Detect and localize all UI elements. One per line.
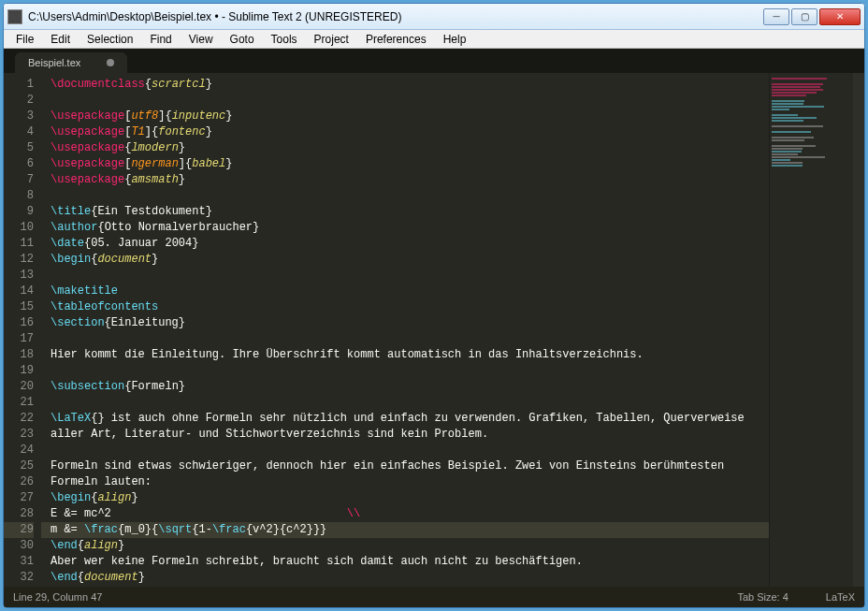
minimap-line — [772, 114, 798, 116]
line-number[interactable]: 21 — [4, 395, 34, 411]
line-number[interactable]: 14 — [4, 284, 34, 299]
code-line[interactable]: \begin{align} — [41, 490, 769, 506]
scrollbar[interactable] — [853, 73, 864, 587]
code-line[interactable]: Formeln sind etwas schwieriger, dennoch … — [41, 458, 769, 474]
minimap-line — [772, 151, 802, 153]
menu-view[interactable]: View — [181, 31, 222, 48]
line-number[interactable]: 1 — [4, 77, 34, 93]
code-line[interactable] — [41, 443, 769, 458]
code-line[interactable]: \section{Einleitung} — [41, 315, 769, 331]
menu-project[interactable]: Project — [306, 31, 357, 48]
line-number[interactable]: 10 — [4, 220, 34, 236]
line-number[interactable]: 19 — [4, 363, 34, 379]
code-line[interactable]: E &= mc^2 \\ — [41, 506, 769, 522]
code-line[interactable]: \LaTeX{} ist auch ohne Formeln sehr nütz… — [41, 411, 769, 427]
minimap-line — [772, 165, 803, 167]
code-line[interactable]: \usepackage{lmodern} — [41, 140, 769, 156]
line-number[interactable]: 9 — [4, 204, 34, 220]
menu-selection[interactable]: Selection — [79, 31, 141, 48]
code-line[interactable]: \usepackage[ngerman]{babel} — [41, 156, 769, 172]
code-line[interactable]: m &= \frac{m_0}{\sqrt{1-\frac{v^2}{c^2}}… — [41, 522, 769, 538]
code-line[interactable]: aller Art, Literatur- und Stichwortverze… — [41, 427, 769, 443]
minimap-line — [772, 162, 803, 164]
code-line[interactable]: \usepackage{amsmath} — [41, 172, 769, 188]
code-line[interactable]: \end{align} — [41, 538, 769, 554]
line-number[interactable]: 25 — [4, 458, 34, 474]
line-number[interactable]: 3 — [4, 109, 34, 124]
line-number[interactable]: 26 — [4, 474, 34, 490]
statusbar: Line 29, Column 47 Tab Size: 4 LaTeX — [4, 587, 864, 607]
code-line[interactable]: \tableofcontents — [41, 299, 769, 315]
menu-tools[interactable]: Tools — [263, 31, 306, 48]
code-line[interactable]: Hier kommt die Einleitung. Ihre Überschr… — [41, 347, 769, 363]
code-line[interactable] — [41, 395, 769, 411]
code-line[interactable]: \end{document} — [41, 570, 769, 586]
gutter[interactable]: 1234567891011121314151617181920212223242… — [4, 73, 41, 587]
line-number[interactable]: 16 — [4, 315, 34, 331]
code-view[interactable]: \documentclass{scrartcl}\usepackage[utf8… — [41, 73, 769, 587]
code-container: 1234567891011121314151617181920212223242… — [4, 73, 864, 587]
line-number[interactable]: 8 — [4, 188, 34, 204]
minimap-line — [772, 83, 823, 85]
line-number[interactable]: 20 — [4, 379, 34, 395]
code-line[interactable] — [41, 268, 769, 284]
menu-preferences[interactable]: Preferences — [357, 31, 435, 48]
app-window: C:\Users\Admin\Desktop\Beispiel.tex • - … — [3, 3, 865, 608]
menu-find[interactable]: Find — [141, 31, 180, 48]
line-number[interactable]: 23 — [4, 427, 34, 443]
line-number[interactable]: 22 — [4, 411, 34, 427]
editor-area: Beispiel.tex 123456789101112131415161718… — [4, 49, 864, 607]
code-line[interactable]: \title{Ein Testdokument} — [41, 204, 769, 220]
line-number[interactable]: 2 — [4, 93, 34, 109]
code-line[interactable] — [41, 188, 769, 204]
minimap[interactable] — [769, 73, 853, 587]
code-line[interactable]: \date{05. Januar 2004} — [41, 236, 769, 252]
line-number[interactable]: 29 — [4, 522, 34, 538]
line-number[interactable]: 11 — [4, 236, 34, 252]
code-line[interactable]: Formeln lauten: — [41, 474, 769, 490]
code-line[interactable]: Aber wer keine Formeln schreibt, braucht… — [41, 554, 769, 570]
close-button[interactable]: ✕ — [819, 8, 861, 25]
menu-file[interactable]: File — [7, 31, 42, 48]
line-number[interactable]: 17 — [4, 331, 34, 347]
line-number[interactable]: 15 — [4, 299, 34, 315]
line-number[interactable]: 32 — [4, 570, 34, 586]
line-number[interactable]: 4 — [4, 124, 34, 140]
menu-help[interactable]: Help — [435, 31, 475, 48]
minimap-line — [772, 86, 820, 88]
line-number[interactable]: 13 — [4, 268, 34, 284]
titlebar[interactable]: C:\Users\Admin\Desktop\Beispiel.tex • - … — [4, 4, 864, 30]
code-line[interactable]: \author{Otto Normalverbraucher} — [41, 220, 769, 236]
line-number[interactable]: 7 — [4, 172, 34, 188]
menu-goto[interactable]: Goto — [222, 31, 263, 48]
minimize-button[interactable]: ─ — [763, 8, 789, 25]
code-line[interactable]: \subsection{Formeln} — [41, 379, 769, 395]
line-number[interactable]: 24 — [4, 443, 34, 458]
tab-beispiel[interactable]: Beispiel.tex — [15, 52, 127, 73]
code-line[interactable]: \begin{document} — [41, 252, 769, 268]
code-line[interactable]: \usepackage[utf8]{inputenc} — [41, 109, 769, 124]
code-line[interactable]: \maketitle — [41, 284, 769, 299]
maximize-button[interactable]: ▢ — [791, 8, 817, 25]
menu-edit[interactable]: Edit — [42, 31, 79, 48]
line-number[interactable]: 6 — [4, 156, 34, 172]
line-number[interactable]: 18 — [4, 347, 34, 363]
code-line[interactable] — [41, 331, 769, 347]
status-syntax[interactable]: LaTeX — [826, 591, 855, 603]
minimap-line — [772, 78, 827, 80]
code-line[interactable] — [41, 93, 769, 109]
line-number[interactable]: 27 — [4, 490, 34, 506]
line-number[interactable]: 5 — [4, 140, 34, 156]
status-tabsize[interactable]: Tab Size: 4 — [737, 591, 788, 603]
line-number[interactable]: 28 — [4, 506, 34, 522]
minimap-line — [772, 142, 851, 144]
line-number[interactable]: 12 — [4, 252, 34, 268]
minimap-line — [772, 117, 817, 119]
code-line[interactable]: \documentclass{scrartcl} — [41, 77, 769, 93]
code-line[interactable]: \usepackage[T1]{fontenc} — [41, 124, 769, 140]
code-line[interactable] — [41, 363, 769, 379]
line-number[interactable]: 30 — [4, 538, 34, 554]
menubar: FileEditSelectionFindViewGotoToolsProjec… — [4, 30, 864, 49]
line-number[interactable]: 31 — [4, 554, 34, 570]
status-position[interactable]: Line 29, Column 47 — [13, 591, 700, 603]
